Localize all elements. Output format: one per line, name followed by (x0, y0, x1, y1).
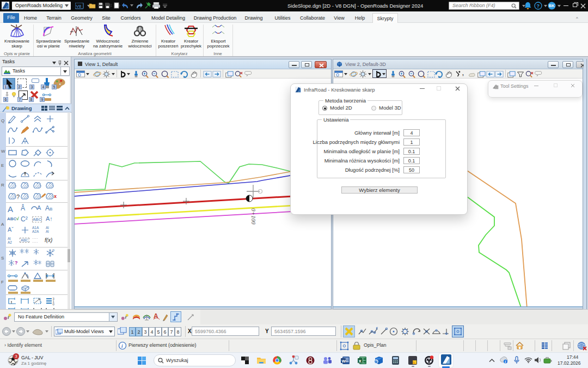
svg-text:BK: BK (549, 3, 555, 8)
svg-text:0+100: 0+100 (250, 208, 257, 225)
svg-text:W: W (342, 359, 346, 364)
svg-text:V8: V8 (76, 4, 82, 9)
svg-text:i: i (505, 360, 506, 364)
svg-text:?: ? (537, 3, 540, 9)
svg-text:X: X (359, 359, 362, 364)
